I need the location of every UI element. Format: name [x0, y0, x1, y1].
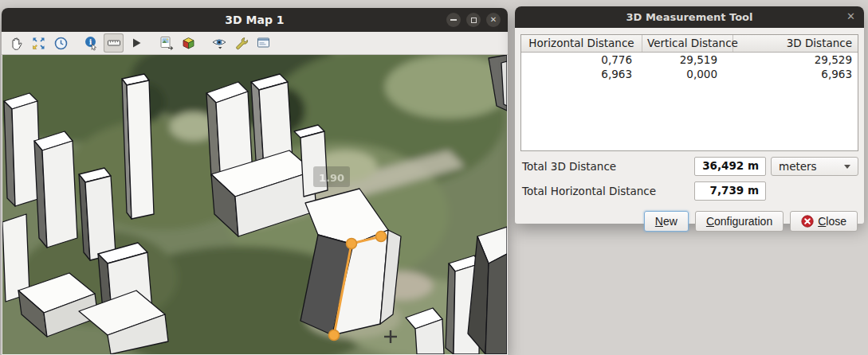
- spacer: [766, 191, 858, 192]
- settings-tool-button[interactable]: [231, 33, 251, 53]
- svg-text:1.90: 1.90: [319, 172, 344, 184]
- svg-text:i: i: [89, 37, 92, 45]
- minimize-icon: [450, 19, 457, 21]
- measurement-point[interactable]: [347, 239, 357, 249]
- close-icon: ✕: [490, 16, 497, 24]
- map-window-title: 3D Map 1: [225, 14, 284, 26]
- dialog-titlebar[interactable]: 3D Measurement Tool ✕: [515, 6, 864, 28]
- measurement-point[interactable]: [376, 232, 387, 242]
- total-horizontal-row: Total Horizontal Distance 7,739 m: [520, 181, 858, 201]
- dialog-close-button[interactable]: ✕: [846, 10, 855, 22]
- measure-hint-label: 1.90: [313, 166, 350, 187]
- dialog-title: 3D Measurement Tool: [626, 11, 753, 23]
- animation-tool-button[interactable]: [51, 33, 71, 53]
- total-horizontal-label: Total Horizontal Distance: [520, 185, 694, 197]
- eye-icon: [211, 35, 227, 51]
- column-header-vertical[interactable]: Vertical Distance: [642, 35, 733, 52]
- measure-tool-button[interactable]: [104, 33, 124, 53]
- unit-select-value: meters: [779, 160, 817, 173]
- building: [79, 168, 116, 260]
- clock-icon: [53, 36, 69, 51]
- dialog-buttons: New Configuration Close: [520, 211, 858, 232]
- measure-ruler-icon: [106, 35, 122, 51]
- console-window-icon: [256, 35, 272, 51]
- cell-3d: 6,963: [733, 67, 858, 81]
- cell-horizontal: 0,776: [521, 53, 642, 67]
- export-scene-button[interactable]: [179, 33, 198, 53]
- color-cube-icon: [181, 36, 196, 51]
- total-3d-label: Total 3D Distance: [520, 160, 694, 173]
- unit-select[interactable]: meters: [771, 157, 858, 176]
- measurement-point[interactable]: [329, 330, 340, 341]
- measurements-table[interactable]: Horizontal Distance Vertical Distance 3D…: [520, 34, 858, 151]
- window-controls: ✕: [446, 13, 501, 27]
- total-3d-value-field[interactable]: 36,492 m: [694, 157, 766, 176]
- building: [34, 131, 77, 248]
- new-button[interactable]: New: [644, 211, 689, 232]
- zoom-full-button[interactable]: [29, 33, 49, 53]
- close-red-icon: [801, 215, 814, 228]
- console-panel-button[interactable]: [253, 33, 273, 53]
- cell-vertical: 0,000: [642, 67, 733, 81]
- total-3d-row: Total 3D Distance 36,492 m meters: [520, 157, 858, 176]
- 3d-map-view[interactable]: 1.90: [2, 55, 507, 354]
- measurement-dialog: 3D Measurement Tool ✕ Horizontal Distanc…: [515, 6, 864, 224]
- play-icon: [130, 37, 143, 49]
- maximize-icon: [471, 18, 477, 23]
- total-horizontal-value-field[interactable]: 7,739 m: [694, 181, 766, 201]
- identify-tool-button[interactable]: i: [81, 33, 101, 53]
- dialog-body: Horizontal Distance Vertical Distance 3D…: [515, 28, 864, 232]
- map-toolbar: i: [2, 32, 508, 55]
- save-image-icon: [159, 35, 175, 51]
- map-window: 3D Map 1 ✕ i: [2, 8, 508, 355]
- table-row[interactable]: 0,776 29,519 29,529: [521, 53, 858, 67]
- zoom-full-icon: [31, 36, 46, 51]
- cell-3d: 29,529: [733, 53, 858, 67]
- cell-vertical: 29,519: [642, 53, 733, 67]
- configuration-button[interactable]: Configuration: [695, 211, 784, 232]
- table-header: Horizontal Distance Vertical Distance 3D…: [521, 35, 858, 53]
- wrench-icon: [234, 36, 249, 51]
- play-animation-button[interactable]: [126, 33, 146, 53]
- table-row[interactable]: 6,963 0,000 6,963: [521, 67, 858, 81]
- identify-info-icon: i: [84, 36, 99, 51]
- minimize-button[interactable]: [446, 13, 461, 27]
- maximize-button[interactable]: [466, 13, 481, 27]
- save-image-button[interactable]: [156, 33, 176, 53]
- column-header-3d[interactable]: 3D Distance: [733, 35, 858, 52]
- close-window-button[interactable]: ✕: [486, 13, 501, 27]
- pan-hand-icon: [9, 36, 24, 51]
- column-header-horizontal[interactable]: Horizontal Distance: [521, 35, 642, 52]
- cell-horizontal: 6,963: [521, 67, 642, 81]
- 3d-scene: 1.90: [2, 55, 507, 354]
- building: [122, 74, 154, 219]
- chevron-down-icon: [844, 165, 850, 169]
- map-window-titlebar[interactable]: 3D Map 1 ✕: [2, 8, 508, 32]
- pan-tool-button[interactable]: [6, 33, 26, 53]
- visibility-menu-button[interactable]: [209, 33, 229, 53]
- close-button[interactable]: Close: [790, 211, 858, 232]
